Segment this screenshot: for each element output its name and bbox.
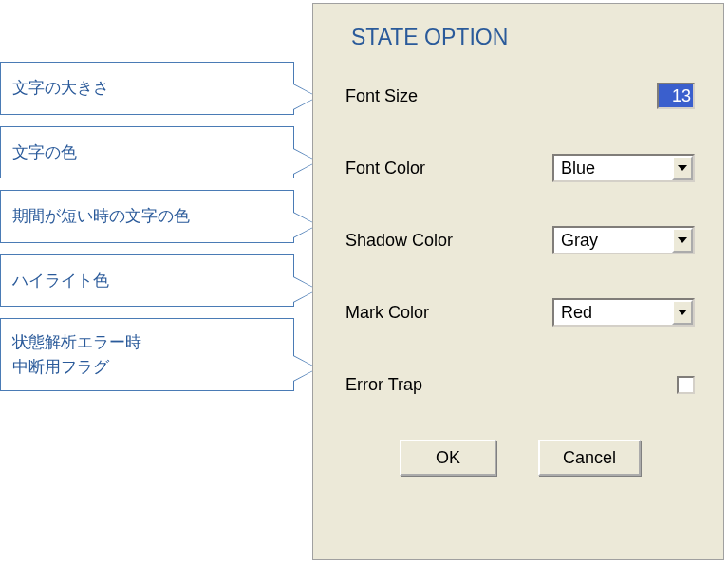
row-font-color: Font Color Blue xyxy=(345,132,695,204)
callout-text: 期間が短い時の文字の色 xyxy=(12,207,190,225)
row-mark-color: Mark Color Red xyxy=(345,276,695,348)
svg-marker-2 xyxy=(678,310,687,315)
callout-font-size: 文字の大きさ xyxy=(0,62,294,115)
callout-text: 文字の大きさ xyxy=(12,79,109,97)
font-color-label: Font Color xyxy=(345,159,552,178)
row-error-trap: Error Trap xyxy=(345,348,695,421)
chevron-down-icon xyxy=(678,165,687,171)
callout-mark-color: ハイライト色 xyxy=(0,254,294,308)
shadow-color-combo[interactable]: Gray xyxy=(552,226,695,254)
callout-error-trap: 状態解析エラー時 中断用フラグ xyxy=(0,318,294,391)
error-trap-checkbox[interactable] xyxy=(677,376,695,394)
callout-text: ハイライト色 xyxy=(12,272,109,290)
callout-shadow-color: 期間が短い時の文字の色 xyxy=(0,190,294,243)
callout-text: 状態解析エラー時 xyxy=(12,330,282,355)
dialog-title: STATE OPTION xyxy=(313,4,723,50)
callout-font-color: 文字の色 xyxy=(0,126,294,179)
chevron-down-icon xyxy=(678,237,687,243)
row-font-size: Font Size xyxy=(345,60,695,132)
mark-color-value: Red xyxy=(554,303,672,323)
cancel-button[interactable]: Cancel xyxy=(538,440,641,476)
ok-button[interactable]: OK xyxy=(400,440,496,476)
error-trap-label: Error Trap xyxy=(345,375,572,395)
font-size-input[interactable] xyxy=(657,83,695,109)
row-shadow-color: Shadow Color Gray xyxy=(345,204,695,276)
callout-text: 文字の色 xyxy=(12,143,77,161)
dropdown-button[interactable] xyxy=(672,300,693,325)
shadow-color-label: Shadow Color xyxy=(345,231,552,251)
callout-text: 中断用フラグ xyxy=(12,355,282,380)
font-color-combo[interactable]: Blue xyxy=(552,154,695,182)
chevron-down-icon xyxy=(678,310,687,315)
shadow-color-value: Gray xyxy=(554,231,672,251)
dropdown-button[interactable] xyxy=(672,228,693,253)
mark-color-label: Mark Color xyxy=(345,303,552,323)
mark-color-combo[interactable]: Red xyxy=(552,298,695,327)
font-color-value: Blue xyxy=(554,159,672,178)
font-size-label: Font Size xyxy=(345,86,657,106)
svg-marker-0 xyxy=(678,165,687,171)
state-option-dialog: STATE OPTION Font Size Font Color Blue S… xyxy=(312,3,724,560)
dropdown-button[interactable] xyxy=(672,156,693,180)
svg-marker-1 xyxy=(678,237,687,243)
